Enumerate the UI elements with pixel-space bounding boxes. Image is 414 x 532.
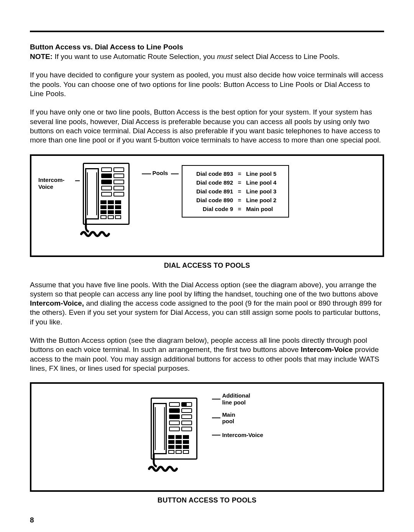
figure2-caption: BUTTON ACCESS TO POOLS <box>30 496 384 504</box>
paragraph-1: If you have decided to configure your sy… <box>30 70 384 98</box>
leader-line-left <box>75 180 80 181</box>
paragraph-3: Assume that you have five line pools. Wi… <box>30 280 384 327</box>
annotation-main-pool: Main pool <box>222 411 235 425</box>
note-italic: must <box>217 52 233 61</box>
handset-cord-icon <box>143 454 180 472</box>
pools-label: Pools <box>150 170 171 176</box>
table-row: Dial code 893 = Line pool 5 <box>188 170 283 177</box>
pool-cell: Main pool <box>246 206 283 212</box>
figure1-caption: DIAL ACCESS TO POOLS <box>30 262 384 270</box>
handset-cord-icon <box>75 219 112 237</box>
dial-code-cell: Dial code 9 <box>188 206 233 212</box>
dial-code-cell: Dial code 892 <box>188 179 233 186</box>
pool-cell: Line pool 3 <box>246 188 283 195</box>
table-row: Dial code 892 = Line pool 4 <box>188 179 283 186</box>
paragraph-2: If you have only one or two line pools, … <box>30 108 384 145</box>
dial-code-cell: Dial code 890 <box>188 197 233 203</box>
para3-a: Assume that you have five line pools. Wi… <box>30 281 378 298</box>
paragraph-4: With the Button Access option (see the d… <box>30 336 384 373</box>
top-rule <box>30 31 384 32</box>
equals-cell: = <box>237 197 242 203</box>
para3-bold: Intercom-Voice, <box>30 299 84 307</box>
table-row: Dial code 890 = Line pool 2 <box>188 197 283 203</box>
table-row: Dial code 9 = Main pool <box>188 206 283 212</box>
annotation-column: Additional line pool Main pool Intercom-… <box>212 392 263 438</box>
figure-button-access: Additional line pool Main pool Intercom-… <box>30 382 384 492</box>
para4-bold: Intercom-Voice <box>301 345 353 354</box>
pool-cell: Line pool 5 <box>246 170 283 177</box>
voice-terminal-illustration <box>83 163 139 235</box>
figure-dial-access: Intercom- Voice <box>30 154 384 257</box>
voice-terminal-illustration <box>151 394 207 470</box>
equals-cell: = <box>237 170 242 177</box>
note-label: NOTE: <box>30 52 53 61</box>
equals-cell: = <box>237 179 242 186</box>
intercom-voice-label: Intercom- Voice <box>38 177 72 191</box>
annotation-additional-pool: Additional line pool <box>222 392 250 406</box>
page-number: 8 <box>30 516 384 524</box>
note-paragraph: NOTE: If you want to use Automatic Route… <box>30 52 384 61</box>
note-text-a: If you want to use Automatic Route Selec… <box>53 52 217 61</box>
note-text-b: select Dial Access to Line Pools. <box>233 52 340 61</box>
leader-line <box>212 435 220 435</box>
dial-code-cell: Dial code 891 <box>188 188 233 195</box>
annotation-intercom-voice: Intercom-Voice <box>222 432 263 439</box>
leader-line-box <box>171 174 179 174</box>
equals-cell: = <box>237 206 242 212</box>
equals-cell: = <box>237 188 242 195</box>
leader-line <box>212 399 220 399</box>
dial-code-table: Dial code 893 = Line pool 5 Dial code 89… <box>182 165 289 218</box>
section-heading: Button Access vs. Dial Access to Line Po… <box>30 43 384 51</box>
pool-cell: Line pool 4 <box>246 179 283 186</box>
leader-line <box>212 417 220 418</box>
dial-code-cell: Dial code 893 <box>188 170 233 177</box>
pool-cell: Line pool 2 <box>246 197 283 203</box>
table-row: Dial code 891 = Line pool 3 <box>188 188 283 195</box>
